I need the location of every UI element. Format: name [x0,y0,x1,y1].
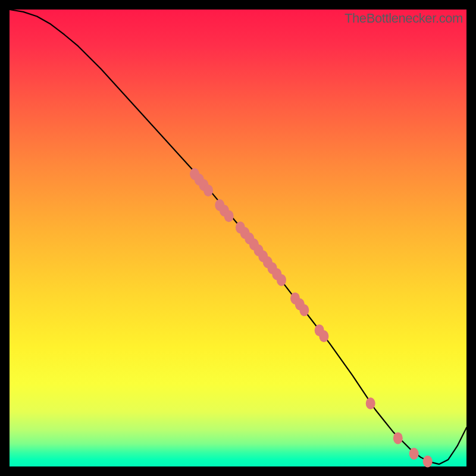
data-marker [319,330,328,342]
data-marker [299,304,309,316]
data-markers [190,168,433,467]
data-marker [224,210,234,222]
bottleneck-curve [10,10,466,464]
data-marker [409,448,419,460]
data-marker [423,456,433,468]
plot-area: TheBottlenecker.com [10,10,466,466]
chart-container: TheBottlenecker.com [0,0,476,476]
data-marker [366,397,375,409]
data-marker [203,184,213,196]
data-marker [277,274,286,286]
chart-svg [10,10,466,466]
data-marker [393,432,403,444]
